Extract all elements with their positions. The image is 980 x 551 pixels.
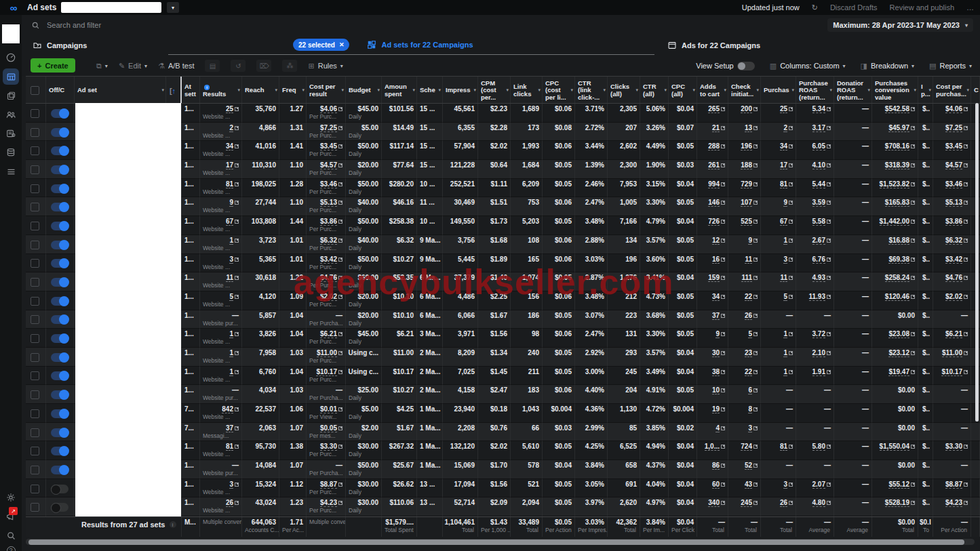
column-header[interactable]: Budget▾ — [346, 77, 382, 103]
adset-status-toggle[interactable] — [46, 441, 75, 460]
reports-button[interactable]: ▤Reports▾ — [929, 62, 972, 70]
metric-value-link[interactable]: $6.32 — [320, 237, 337, 245]
metric-value-link[interactable]: $3.42 — [945, 256, 962, 264]
metric-value-link[interactable]: 81 — [226, 180, 233, 188]
metric-value-link[interactable]: 2 — [783, 124, 787, 132]
metric-value-link[interactable]: 30 — [712, 349, 720, 357]
metric-value-link[interactable]: $120.46 — [885, 293, 909, 301]
metric-value-link[interactable]: 26 — [745, 312, 752, 320]
metric-value-link[interactable]: 4 — [716, 424, 720, 432]
vertical-scrollbar[interactable] — [975, 103, 979, 422]
metric-value-link[interactable]: $2.02 — [320, 293, 337, 301]
metric-value-link[interactable]: 146 — [708, 199, 720, 207]
adset-status-toggle[interactable] — [46, 197, 75, 216]
metric-value-link[interactable]: 6.05 — [812, 142, 825, 150]
metric-value-link[interactable]: $528.19 — [885, 499, 909, 507]
adset-status-toggle[interactable] — [46, 385, 75, 404]
all-tools-menu-icon[interactable] — [0, 163, 22, 180]
adset-status-toggle[interactable] — [46, 291, 75, 310]
adset-status-toggle[interactable] — [46, 160, 75, 179]
metric-value-link[interactable]: 726 — [708, 218, 720, 226]
metric-value-link[interactable]: 4.10 — [812, 161, 825, 169]
column-header[interactable]: CPC (all)▾ — [669, 77, 697, 103]
metric-value-link[interactable]: $0.05 — [320, 424, 337, 432]
metric-value-link[interactable]: 34 — [712, 293, 720, 301]
column-header[interactable]: Donatior ROAS (return...▾ — [834, 77, 872, 103]
billing-icon[interactable] — [0, 144, 22, 161]
metric-value-link[interactable]: $11.00 — [942, 349, 962, 357]
metric-value-link[interactable]: 17 — [780, 161, 787, 169]
row-checkbox[interactable] — [26, 441, 46, 460]
metric-value-link[interactable]: 37 — [226, 424, 233, 432]
horizontal-scrollbar-thumb[interactable] — [28, 539, 964, 545]
column-header[interactable]: Cost per purchas...▾ — [933, 77, 971, 103]
metric-value-link[interactable]: $19.47 — [888, 368, 909, 376]
metric-value-link[interactable]: 43 — [745, 481, 752, 489]
column-header[interactable]: At sett — [182, 77, 200, 103]
metric-value-link[interactable]: $2.02 — [945, 293, 962, 301]
help-icon[interactable]: ? — [0, 542, 22, 551]
metric-value-link[interactable]: $708.16 — [885, 142, 909, 150]
adset-status-toggle[interactable] — [46, 329, 75, 348]
metric-value-link[interactable]: $6.21 — [320, 330, 337, 338]
metric-value-link[interactable]: $1,523.82 — [880, 180, 910, 188]
metric-value-link[interactable]: 2.07 — [812, 481, 825, 489]
column-header[interactable]: Cost per result▾ — [307, 77, 346, 103]
adset-status-toggle[interactable] — [46, 348, 75, 367]
metric-value-link[interactable]: 111 — [741, 274, 752, 282]
metric-value-link[interactable]: 5.58 — [812, 218, 825, 226]
metric-value-link[interactable]: 265 — [708, 105, 720, 113]
metric-value-link[interactable]: 1 — [229, 349, 233, 357]
sort-indicator-icon[interactable]: [↑ — [168, 87, 178, 95]
metric-value-link[interactable]: 34 — [780, 142, 787, 150]
metric-value-link[interactable]: $258.24 — [885, 274, 909, 282]
metric-value-link[interactable]: 81 — [780, 180, 787, 188]
metric-value-link[interactable]: 842 — [222, 405, 233, 413]
more-menu-icon[interactable]: … — [966, 3, 975, 12]
row-checkbox[interactable] — [26, 348, 46, 367]
metric-value-link[interactable]: $1,550.04 — [880, 443, 910, 451]
metric-value-link[interactable]: $8.87 — [945, 481, 962, 489]
metric-value-link[interactable]: 261 — [708, 161, 720, 169]
column-header[interactable]: iResults▾ — [200, 77, 242, 103]
metric-value-link[interactable]: $23.08 — [888, 330, 909, 338]
metric-value-link[interactable]: $45.97 — [888, 124, 909, 132]
metric-value-link[interactable]: 3 — [748, 424, 752, 432]
metric-value-link[interactable]: 1,0... — [705, 443, 720, 451]
column-header[interactable]: Check initiat...▾ — [728, 77, 761, 103]
metric-value-link[interactable]: $5.13 — [945, 199, 962, 207]
metric-value-link[interactable]: 288 — [708, 142, 720, 150]
metric-value-link[interactable]: 11 — [226, 274, 233, 282]
account-selector-input[interactable] — [61, 2, 161, 13]
column-header[interactable]: Purchas▾ — [761, 77, 796, 103]
metric-value-link[interactable]: 340 — [708, 499, 720, 507]
ab-test-button[interactable]: ⚗A/B test — [158, 62, 194, 70]
row-checkbox[interactable] — [26, 197, 46, 216]
column-header[interactable]: Freq▾ — [279, 77, 307, 103]
metric-value-link[interactable]: 4.93 — [812, 274, 825, 282]
metric-value-link[interactable]: 3 — [229, 256, 233, 264]
metric-value-link[interactable]: $3.46 — [945, 180, 962, 188]
row-checkbox[interactable] — [26, 329, 46, 348]
search-input[interactable]: Search and filter — [31, 15, 101, 35]
metric-value-link[interactable]: 1 — [229, 330, 233, 338]
adset-status-toggle[interactable] — [46, 497, 75, 516]
row-checkbox[interactable] — [26, 497, 46, 516]
metric-value-link[interactable]: 5.34 — [812, 105, 825, 113]
metric-value-link[interactable]: 2.10 — [812, 349, 825, 357]
adset-status-toggle[interactable] — [46, 216, 75, 235]
metric-value-link[interactable]: $5.13 — [320, 199, 337, 207]
adset-status-toggle[interactable] — [46, 404, 75, 423]
metric-value-link[interactable]: $3.86 — [320, 218, 337, 226]
metric-value-link[interactable]: 67 — [226, 218, 233, 226]
metric-value-link[interactable]: $16.88 — [888, 237, 909, 245]
metric-value-link[interactable]: 6.76 — [812, 256, 825, 264]
column-header[interactable]: Impress▾ — [443, 77, 478, 103]
export-icon-button[interactable]: ⁂ — [282, 60, 297, 72]
metric-value-link[interactable]: $0.01 — [320, 405, 337, 413]
metric-value-link[interactable]: 86 — [712, 462, 720, 470]
adset-status-toggle[interactable] — [46, 423, 75, 442]
metric-value-link[interactable]: 52 — [745, 462, 752, 470]
adset-status-toggle[interactable] — [46, 235, 75, 254]
metric-value-link[interactable]: 188 — [741, 161, 752, 169]
